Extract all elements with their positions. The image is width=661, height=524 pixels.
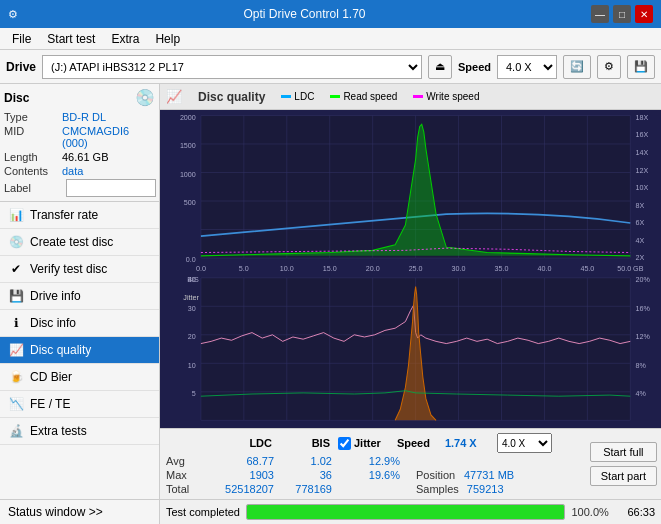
length-value: 46.61 GB (62, 151, 108, 163)
main-content: Disc 💿 Type BD-R DL MID CMCMAGDI6 (000) … (0, 84, 661, 524)
bottom-stats-area: LDC BIS Jitter Speed 1.74 X 4.0 X Avg 68… (160, 428, 661, 499)
avg-ldc: 68.77 (214, 455, 274, 467)
menu-extra[interactable]: Extra (103, 30, 147, 48)
sidebar-item-verify-test-disc[interactable]: ✔ Verify test disc (0, 256, 159, 283)
svg-text:2000: 2000 (180, 113, 196, 122)
svg-text:6X: 6X (635, 218, 644, 227)
settings-button[interactable]: ⚙ (597, 55, 621, 79)
speed-value: 1.74 X (445, 437, 485, 449)
svg-text:18X: 18X (635, 113, 648, 122)
disc-quality-header: 📈 Disc quality LDC Read speed Write spee… (160, 84, 661, 110)
progress-track (246, 504, 565, 520)
svg-text:25.0: 25.0 (409, 264, 423, 273)
svg-text:500: 500 (184, 198, 196, 207)
progress-bar-row: Test completed 100.0% 66:33 (160, 499, 661, 524)
position-label: Position (416, 469, 456, 481)
samples-label: Samples (416, 483, 459, 495)
extra-tests-icon: 🔬 (8, 423, 24, 439)
speed-select-stats[interactable]: 4.0 X (497, 433, 552, 453)
sidebar-item-fe-te-label: FE / TE (30, 397, 70, 411)
menu-start-test[interactable]: Start test (39, 30, 103, 48)
svg-text:35.0: 35.0 (495, 426, 509, 428)
jitter-header-cell: Jitter (338, 437, 381, 450)
mid-value: CMCMAGDI6 (000) (62, 125, 155, 149)
svg-text:4X: 4X (635, 235, 644, 244)
svg-text:16X: 16X (635, 130, 648, 139)
read-speed-legend-dot (330, 95, 340, 98)
svg-text:45.0: 45.0 (580, 264, 594, 273)
disc-panel-title: Disc (4, 91, 29, 105)
drive-label: Drive (6, 60, 36, 74)
speed-header-label: Speed (397, 437, 437, 449)
legend-read-speed: Read speed (330, 91, 397, 102)
menu-help[interactable]: Help (147, 30, 188, 48)
start-part-button[interactable]: Start part (590, 466, 657, 486)
progress-percent: 100.0% (571, 506, 621, 518)
svg-text:20: 20 (188, 332, 196, 341)
disc-quality-title: Disc quality (198, 90, 265, 104)
jitter-header-label: Jitter (354, 437, 381, 449)
title-bar-icon: ⚙ (8, 8, 18, 21)
sidebar-item-disc-info[interactable]: ℹ Disc info (0, 310, 159, 337)
ldc-legend-dot (281, 95, 291, 98)
label-input[interactable] (66, 179, 156, 197)
status-text: Test completed (166, 506, 240, 518)
bis-header: BIS (280, 437, 330, 449)
close-button[interactable]: ✕ (635, 5, 653, 23)
create-test-disc-icon: 💿 (8, 234, 24, 250)
svg-text:50.0 GB: 50.0 GB (617, 426, 643, 428)
length-label: Length (4, 151, 62, 163)
sidebar-item-transfer-rate[interactable]: 📊 Transfer rate (0, 202, 159, 229)
status-window-button[interactable]: Status window >> (0, 499, 159, 524)
svg-text:0.0: 0.0 (196, 426, 206, 428)
write-speed-legend-dot (413, 95, 423, 98)
disc-info-panel: Disc 💿 Type BD-R DL MID CMCMAGDI6 (000) … (0, 84, 159, 202)
svg-text:5: 5 (192, 389, 196, 398)
svg-text:8X: 8X (635, 200, 644, 209)
save-button[interactable]: 💾 (627, 55, 655, 79)
svg-text:10X: 10X (635, 183, 648, 192)
sidebar-item-fe-te[interactable]: 📉 FE / TE (0, 391, 159, 418)
refresh-button[interactable]: 🔄 (563, 55, 591, 79)
total-bis: 778169 (282, 483, 332, 495)
sidebar: Disc 💿 Type BD-R DL MID CMCMAGDI6 (000) … (0, 84, 160, 524)
svg-text:10: 10 (188, 360, 196, 369)
sidebar-item-extra-tests[interactable]: 🔬 Extra tests (0, 418, 159, 445)
type-label: Type (4, 111, 62, 123)
sidebar-item-create-test-disc[interactable]: 💿 Create test disc (0, 229, 159, 256)
drive-select[interactable]: (J:) ATAPI iHBS312 2 PL17 (42, 55, 422, 79)
status-window-label: Status window >> (8, 505, 103, 519)
charts-svg: 2000 1500 1000 500 0.0 18X 16X 14X 12X 1… (160, 110, 661, 428)
sidebar-item-drive-info[interactable]: 💾 Drive info (0, 283, 159, 310)
sidebar-item-create-test-disc-label: Create test disc (30, 235, 113, 249)
svg-text:12X: 12X (635, 165, 648, 174)
sidebar-item-disc-quality[interactable]: 📈 Disc quality (0, 337, 159, 364)
sidebar-item-extra-tests-label: Extra tests (30, 424, 87, 438)
maximize-button[interactable]: □ (613, 5, 631, 23)
sidebar-item-cd-bier[interactable]: 🍺 CD Bier (0, 364, 159, 391)
transfer-rate-icon: 📊 (8, 207, 24, 223)
eject-button[interactable]: ⏏ (428, 55, 452, 79)
menu-file[interactable]: File (4, 30, 39, 48)
nav-items: 📊 Transfer rate 💿 Create test disc ✔ Ver… (0, 202, 159, 499)
stats-section: LDC BIS Jitter Speed 1.74 X 4.0 X Avg 68… (160, 429, 586, 499)
progress-fill (247, 505, 564, 519)
start-full-button[interactable]: Start full (590, 442, 657, 462)
svg-text:40.0: 40.0 (537, 264, 551, 273)
minimize-button[interactable]: — (591, 5, 609, 23)
sidebar-item-drive-info-label: Drive info (30, 289, 81, 303)
svg-text:15.0: 15.0 (323, 264, 337, 273)
speed-select[interactable]: 4.0 X (497, 55, 557, 79)
cd-bier-icon: 🍺 (8, 369, 24, 385)
read-speed-legend-label: Read speed (343, 91, 397, 102)
jitter-checkbox[interactable] (338, 437, 351, 450)
verify-test-disc-icon: ✔ (8, 261, 24, 277)
ldc-legend-label: LDC (294, 91, 314, 102)
total-ldc: 52518207 (214, 483, 274, 495)
sidebar-item-disc-quality-label: Disc quality (30, 343, 91, 357)
svg-text:40: 40 (188, 275, 196, 284)
app-title: Opti Drive Control 1.70 (243, 7, 365, 21)
drive-info-icon: 💾 (8, 288, 24, 304)
svg-text:40.0: 40.0 (537, 426, 551, 428)
max-jitter: 19.6% (340, 469, 400, 481)
